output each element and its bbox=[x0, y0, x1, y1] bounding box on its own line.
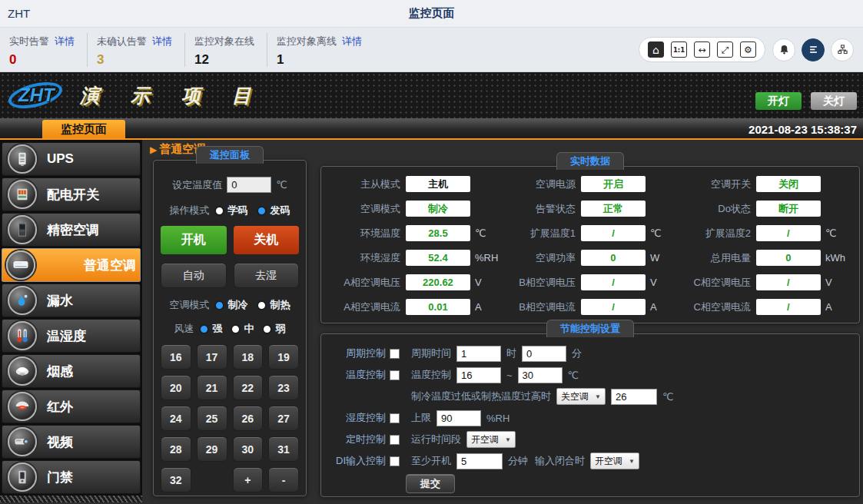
op-mode-option-发码[interactable]: 发码 bbox=[257, 204, 290, 217]
fan-speed-option-强[interactable]: 强 bbox=[199, 322, 223, 336]
sidebar-item-配电开关[interactable]: 配电开关 bbox=[2, 177, 141, 211]
temp-button-24[interactable]: 24 bbox=[161, 406, 191, 431]
fit-width-icon[interactable]: ↔ bbox=[694, 41, 710, 58]
light-on-button[interactable]: 开灯 bbox=[755, 92, 802, 110]
topology-icon[interactable] bbox=[831, 38, 854, 61]
temp-button-21[interactable]: 21 bbox=[197, 375, 227, 400]
temp-button-26[interactable]: 26 bbox=[233, 406, 264, 431]
light-off-button[interactable]: 关灯 bbox=[811, 92, 857, 110]
sidebar-hatch bbox=[0, 496, 142, 502]
temp-button-31[interactable]: 31 bbox=[268, 436, 299, 462]
bell-icon[interactable] bbox=[772, 38, 795, 61]
sidebar-item-精密空调[interactable]: 精密空调 bbox=[2, 213, 141, 247]
overtemp-action-select[interactable]: 关空调 ▼ bbox=[556, 388, 606, 405]
realtime-field-value: 断开 bbox=[756, 201, 821, 217]
minute-unit: 分 bbox=[572, 346, 582, 360]
timer-action-select[interactable]: 开空调 ▼ bbox=[466, 431, 516, 448]
humidity-limit-label: 上限 bbox=[411, 411, 431, 425]
stat-detail-link[interactable]: 详情 bbox=[152, 35, 172, 48]
ups-icon bbox=[8, 144, 37, 174]
submit-button[interactable]: 提交 bbox=[406, 474, 455, 493]
settings-icon[interactable]: ⚙ bbox=[740, 41, 756, 58]
temp-button-30[interactable]: 30 bbox=[233, 436, 264, 462]
ac-mode-option-制冷[interactable]: 制冷 bbox=[214, 298, 248, 312]
home-icon[interactable]: ⌂ bbox=[648, 41, 664, 58]
temp-control-label: 温度控制 bbox=[346, 368, 386, 382]
temp-high-input[interactable] bbox=[518, 367, 563, 383]
temp-button-17[interactable]: 17 bbox=[197, 344, 227, 370]
temp-button-+[interactable]: + bbox=[233, 467, 264, 492]
light-buttons: 开灯 关灯 bbox=[755, 92, 857, 110]
power-off-button[interactable]: 关机 bbox=[234, 226, 300, 254]
op-mode-option-学码[interactable]: 学码 bbox=[214, 204, 248, 217]
di-minutes-input[interactable] bbox=[456, 453, 503, 469]
set-temp-label: 设定温度值 bbox=[172, 178, 222, 192]
humidity-control-checkbox[interactable] bbox=[390, 413, 400, 423]
realtime-field-value: / bbox=[756, 274, 821, 290]
sidebar-item-红外[interactable]: 红外 bbox=[2, 390, 141, 423]
tab-monitor-page[interactable]: 监控页面 bbox=[42, 120, 125, 138]
sidebar-item-普通空调[interactable]: 普通空调 bbox=[2, 248, 141, 282]
view-toolbar: ⌂1:1↔⤢⚙ bbox=[639, 37, 765, 62]
cycle-minute-input[interactable] bbox=[522, 346, 566, 362]
temp-button-32[interactable]: 32 bbox=[161, 467, 191, 492]
di-control-checkbox[interactable] bbox=[390, 456, 400, 466]
fan-speed-option-弱[interactable]: 弱 bbox=[262, 322, 286, 336]
temp-button-19[interactable]: 19 bbox=[268, 344, 299, 370]
one-to-one-icon[interactable]: 1:1 bbox=[671, 41, 687, 58]
realtime-field-label: B相空调电压 bbox=[503, 276, 576, 290]
main-content: 普通空调 遥控面板 设定温度值 ℃ 操作模式 学码发码 开机 关机 bbox=[142, 140, 863, 502]
logo: ZHT 演 示 项 目 bbox=[8, 80, 264, 111]
realtime-row: 环境湿度52.4%RH空调功率0W总用电量0kWh bbox=[327, 250, 853, 266]
overtemp-value-input[interactable] bbox=[611, 389, 657, 405]
sidebar-item-门禁[interactable]: 门禁 bbox=[2, 460, 141, 494]
temp-button-29[interactable]: 29 bbox=[197, 436, 227, 462]
temp-control-checkbox[interactable] bbox=[390, 370, 400, 380]
timer-control-row: 定时控制 运行时间段 开空调 ▼ bbox=[329, 431, 851, 448]
set-temp-input[interactable] bbox=[227, 177, 271, 193]
sidebar-item-温湿度[interactable]: 温湿度 bbox=[2, 319, 141, 353]
realtime-field-空调功率: 空调功率0W bbox=[503, 250, 678, 266]
sidebar-item-烟感[interactable]: 烟感 bbox=[2, 354, 141, 388]
op-mode-radio bbox=[214, 206, 224, 216]
temp-button-22[interactable]: 22 bbox=[233, 375, 264, 400]
temp-button-28[interactable]: 28 bbox=[161, 436, 191, 462]
power-on-button[interactable]: 开机 bbox=[161, 226, 227, 254]
sidebar-item-UPS[interactable]: UPS bbox=[2, 142, 141, 176]
temp-button--[interactable]: - bbox=[268, 467, 299, 492]
sidebar-item-视频[interactable]: 视频 bbox=[2, 425, 141, 459]
fan-speed-option-中[interactable]: 中 bbox=[231, 322, 254, 336]
temp-button-23[interactable]: 23 bbox=[268, 375, 299, 400]
timer-control-checkbox[interactable] bbox=[390, 435, 400, 445]
timer-action-value: 开空调 bbox=[471, 433, 499, 446]
ac-mode-option-制热[interactable]: 制热 bbox=[257, 298, 290, 312]
realtime-field-空调模式: 空调模式制冷 bbox=[327, 201, 503, 217]
list-icon[interactable] bbox=[802, 38, 825, 61]
cycle-hour-input[interactable] bbox=[456, 346, 501, 362]
auto-button[interactable]: 自动 bbox=[161, 263, 227, 288]
dehumidify-button[interactable]: 去湿 bbox=[234, 263, 300, 288]
stat-detail-link[interactable]: 详情 bbox=[342, 35, 362, 48]
stat-label: 监控对象在线 bbox=[194, 35, 254, 48]
di-minutes-unit: 分钟 bbox=[508, 454, 528, 468]
fullscreen-icon[interactable]: ⤢ bbox=[717, 41, 733, 58]
cycle-control-checkbox[interactable] bbox=[390, 349, 400, 359]
humidity-limit-input[interactable] bbox=[436, 410, 481, 426]
op-mode-options: 学码发码 bbox=[214, 204, 290, 217]
temp-humidity-icon bbox=[8, 321, 37, 350]
stat-detail-link[interactable]: 详情 bbox=[55, 35, 75, 48]
realtime-field-value: 220.62 bbox=[406, 274, 470, 290]
temp-button-20[interactable]: 20 bbox=[161, 375, 191, 400]
ac-mode-option-label: 制冷 bbox=[228, 298, 248, 312]
temp-button-18[interactable]: 18 bbox=[233, 344, 264, 370]
sidebar-item-漏水[interactable]: 漏水 bbox=[2, 284, 141, 317]
realtime-field-B相空调电流: B相空调电流/A bbox=[503, 299, 678, 315]
temp-button-16[interactable]: 16 bbox=[161, 344, 191, 370]
temp-button-27[interactable]: 27 bbox=[268, 406, 299, 431]
temp-button-25[interactable]: 25 bbox=[197, 406, 227, 431]
fan-speed-radio bbox=[199, 324, 209, 334]
temp-low-input[interactable] bbox=[456, 367, 501, 383]
humidity-control-label: 湿度控制 bbox=[346, 411, 386, 425]
body: UPS配电开关精密空调普通空调漏水温湿度烟感红外视频门禁 普通空调 遥控面板 设… bbox=[0, 140, 863, 502]
di-action-select[interactable]: 开空调 ▼ bbox=[590, 453, 639, 469]
